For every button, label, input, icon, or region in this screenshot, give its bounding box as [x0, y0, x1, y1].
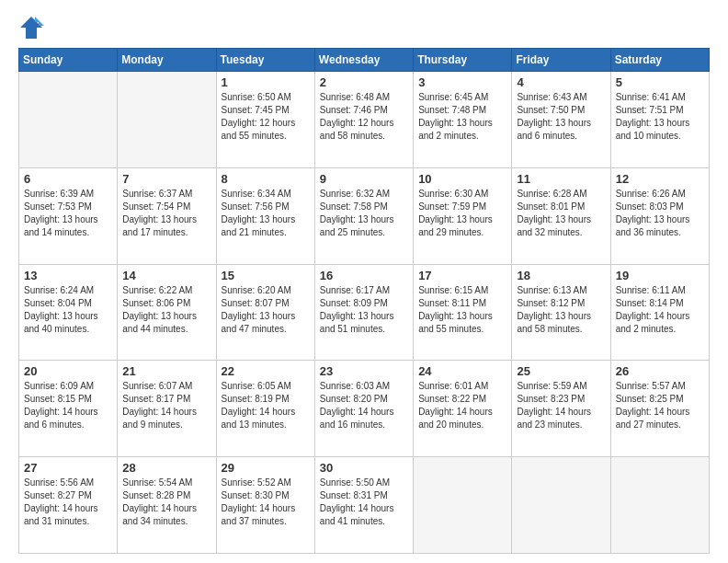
calendar-cell: 18Sunrise: 6:13 AMSunset: 8:12 PMDayligh…: [512, 264, 610, 361]
day-info: Sunrise: 6:28 AMSunset: 8:01 PMDaylight:…: [517, 188, 605, 239]
calendar-cell: 3Sunrise: 6:45 AMSunset: 7:48 PMDaylight…: [414, 72, 512, 168]
day-number: 20: [24, 364, 112, 378]
calendar-cell: [19, 72, 118, 168]
week-row-5: 27Sunrise: 5:56 AMSunset: 8:27 PMDayligh…: [19, 457, 710, 554]
week-row-3: 13Sunrise: 6:24 AMSunset: 8:04 PMDayligh…: [19, 264, 710, 361]
day-info: Sunrise: 5:59 AMSunset: 8:23 PMDaylight:…: [517, 380, 605, 431]
day-info: Sunrise: 6:05 AMSunset: 8:19 PMDaylight:…: [222, 380, 310, 431]
day-info: Sunrise: 6:01 AMSunset: 8:22 PMDaylight:…: [418, 380, 506, 431]
day-info: Sunrise: 6:07 AMSunset: 8:17 PMDaylight:…: [122, 380, 210, 431]
day-number: 25: [517, 364, 605, 378]
day-number: 14: [122, 269, 210, 282]
day-number: 5: [616, 75, 704, 89]
svg-marker-0: [20, 17, 42, 39]
weekday-header-friday: Friday: [512, 49, 610, 72]
logo-icon: [18, 15, 44, 40]
day-number: 16: [320, 269, 408, 282]
calendar-cell: 21Sunrise: 6:07 AMSunset: 8:17 PMDayligh…: [118, 361, 216, 457]
calendar-cell: 15Sunrise: 6:20 AMSunset: 8:07 PMDayligh…: [216, 264, 314, 361]
day-number: 15: [222, 269, 310, 282]
day-info: Sunrise: 6:37 AMSunset: 7:54 PMDaylight:…: [122, 188, 210, 239]
calendar-cell: 26Sunrise: 5:57 AMSunset: 8:25 PMDayligh…: [610, 361, 709, 457]
weekday-header-wednesday: Wednesday: [314, 49, 413, 72]
calendar-cell: 1Sunrise: 6:50 AMSunset: 7:45 PMDaylight…: [216, 72, 314, 168]
calendar-cell: 5Sunrise: 6:41 AMSunset: 7:51 PMDaylight…: [610, 72, 709, 168]
day-number: 9: [320, 172, 408, 186]
calendar-cell: 30Sunrise: 5:50 AMSunset: 8:31 PMDayligh…: [314, 457, 413, 554]
day-info: Sunrise: 6:22 AMSunset: 8:06 PMDaylight:…: [122, 284, 210, 336]
calendar-cell: 25Sunrise: 5:59 AMSunset: 8:23 PMDayligh…: [512, 361, 610, 457]
day-info: Sunrise: 6:39 AMSunset: 7:53 PMDaylight:…: [24, 188, 112, 239]
day-number: 10: [418, 172, 506, 186]
day-number: 18: [517, 269, 605, 282]
calendar-cell: 24Sunrise: 6:01 AMSunset: 8:22 PMDayligh…: [414, 361, 512, 457]
calendar-cell: [512, 457, 610, 554]
weekday-header-tuesday: Tuesday: [216, 49, 314, 72]
day-number: 7: [122, 172, 210, 186]
weekday-row: SundayMondayTuesdayWednesdayThursdayFrid…: [19, 49, 710, 72]
weekday-header-saturday: Saturday: [610, 49, 709, 72]
calendar-cell: 19Sunrise: 6:11 AMSunset: 8:14 PMDayligh…: [610, 264, 709, 361]
calendar-cell: 20Sunrise: 6:09 AMSunset: 8:15 PMDayligh…: [19, 361, 118, 457]
day-number: 21: [122, 364, 210, 378]
day-info: Sunrise: 5:50 AMSunset: 8:31 PMDaylight:…: [320, 477, 408, 528]
calendar-cell: 28Sunrise: 5:54 AMSunset: 8:28 PMDayligh…: [118, 457, 216, 554]
day-number: 28: [122, 461, 210, 475]
day-info: Sunrise: 6:26 AMSunset: 8:03 PMDaylight:…: [616, 188, 704, 239]
day-number: 29: [222, 461, 310, 475]
week-row-2: 6Sunrise: 6:39 AMSunset: 7:53 PMDaylight…: [19, 167, 710, 264]
day-number: 8: [222, 172, 310, 186]
calendar-cell: [610, 457, 709, 554]
day-info: Sunrise: 6:43 AMSunset: 7:50 PMDaylight:…: [517, 91, 605, 143]
weekday-header-monday: Monday: [118, 49, 216, 72]
day-info: Sunrise: 6:09 AMSunset: 8:15 PMDaylight:…: [24, 380, 112, 431]
day-number: 1: [222, 75, 310, 89]
day-number: 19: [616, 269, 704, 282]
day-number: 17: [418, 269, 506, 282]
weekday-header-sunday: Sunday: [19, 49, 118, 72]
day-info: Sunrise: 6:15 AMSunset: 8:11 PMDaylight:…: [418, 284, 506, 336]
weekday-header-thursday: Thursday: [414, 49, 512, 72]
calendar-body: 1Sunrise: 6:50 AMSunset: 7:45 PMDaylight…: [19, 72, 710, 554]
day-number: 24: [418, 364, 506, 378]
day-info: Sunrise: 6:11 AMSunset: 8:14 PMDaylight:…: [616, 284, 704, 336]
calendar-header: SundayMondayTuesdayWednesdayThursdayFrid…: [19, 49, 710, 72]
day-info: Sunrise: 5:52 AMSunset: 8:30 PMDaylight:…: [222, 477, 310, 528]
logo: [18, 15, 48, 40]
day-info: Sunrise: 5:57 AMSunset: 8:25 PMDaylight:…: [616, 380, 704, 431]
day-number: 3: [418, 75, 506, 89]
day-number: 26: [616, 364, 704, 378]
day-number: 12: [616, 172, 704, 186]
day-info: Sunrise: 6:48 AMSunset: 7:46 PMDaylight:…: [320, 91, 408, 143]
day-info: Sunrise: 6:34 AMSunset: 7:56 PMDaylight:…: [222, 188, 310, 239]
week-row-1: 1Sunrise: 6:50 AMSunset: 7:45 PMDaylight…: [19, 72, 710, 168]
page: SundayMondayTuesdayWednesdayThursdayFrid…: [0, 0, 728, 563]
calendar-cell: 27Sunrise: 5:56 AMSunset: 8:27 PMDayligh…: [19, 457, 118, 554]
day-info: Sunrise: 6:03 AMSunset: 8:20 PMDaylight:…: [320, 380, 408, 431]
day-info: Sunrise: 6:24 AMSunset: 8:04 PMDaylight:…: [24, 284, 112, 336]
calendar-cell: 14Sunrise: 6:22 AMSunset: 8:06 PMDayligh…: [118, 264, 216, 361]
day-info: Sunrise: 5:54 AMSunset: 8:28 PMDaylight:…: [122, 477, 210, 528]
calendar-cell: 10Sunrise: 6:30 AMSunset: 7:59 PMDayligh…: [414, 167, 512, 264]
calendar-cell: 22Sunrise: 6:05 AMSunset: 8:19 PMDayligh…: [216, 361, 314, 457]
day-info: Sunrise: 6:13 AMSunset: 8:12 PMDaylight:…: [517, 284, 605, 336]
calendar-cell: 13Sunrise: 6:24 AMSunset: 8:04 PMDayligh…: [19, 264, 118, 361]
day-number: 11: [517, 172, 605, 186]
day-number: 30: [320, 461, 408, 475]
day-number: 27: [24, 461, 112, 475]
day-number: 22: [222, 364, 310, 378]
calendar-cell: [118, 72, 216, 168]
calendar-cell: 17Sunrise: 6:15 AMSunset: 8:11 PMDayligh…: [414, 264, 512, 361]
day-number: 2: [320, 75, 408, 89]
calendar-cell: 23Sunrise: 6:03 AMSunset: 8:20 PMDayligh…: [314, 361, 413, 457]
day-info: Sunrise: 5:56 AMSunset: 8:27 PMDaylight:…: [24, 477, 112, 528]
calendar-cell: 29Sunrise: 5:52 AMSunset: 8:30 PMDayligh…: [216, 457, 314, 554]
day-info: Sunrise: 6:32 AMSunset: 7:58 PMDaylight:…: [320, 188, 408, 239]
header: [18, 15, 710, 40]
day-info: Sunrise: 6:41 AMSunset: 7:51 PMDaylight:…: [616, 91, 704, 143]
day-info: Sunrise: 6:45 AMSunset: 7:48 PMDaylight:…: [418, 91, 506, 143]
calendar-cell: 2Sunrise: 6:48 AMSunset: 7:46 PMDaylight…: [314, 72, 413, 168]
calendar-cell: 9Sunrise: 6:32 AMSunset: 7:58 PMDaylight…: [314, 167, 413, 264]
calendar-cell: [414, 457, 512, 554]
calendar-cell: 4Sunrise: 6:43 AMSunset: 7:50 PMDaylight…: [512, 72, 610, 168]
